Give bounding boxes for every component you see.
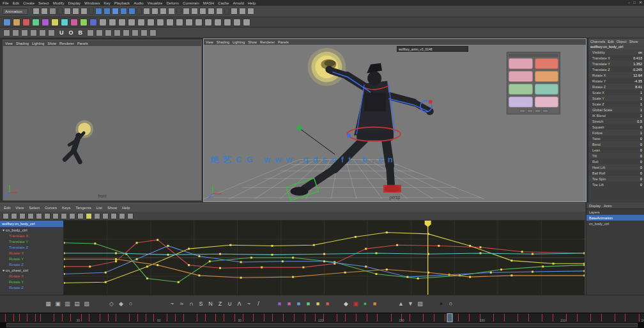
channel-row[interactable]: Bend 0: [588, 141, 644, 147]
keyframe-tick[interactable]: [264, 314, 264, 322]
keyframe-tick[interactable]: [528, 314, 529, 322]
channel-value-field[interactable]: 1: [640, 97, 642, 100]
keyframe-tick[interactable]: [434, 314, 434, 322]
channel-row[interactable]: Scale X 1: [588, 90, 644, 95]
keyframe-tick[interactable]: [234, 314, 235, 322]
keyframe-tick[interactable]: [367, 314, 367, 322]
menu-item[interactable]: Playback: [114, 1, 130, 5]
animation-toolbar-icon[interactable]: ∩: [187, 299, 196, 309]
keyframe-tick[interactable]: [116, 314, 116, 322]
menu-item[interactable]: Deform: [166, 1, 179, 5]
channel-value-field[interactable]: 0: [640, 166, 642, 169]
channel-row[interactable]: Toe Lift 0: [588, 182, 644, 187]
animation-toolbar-icon[interactable]: ▨: [415, 299, 425, 309]
status-icon[interactable]: [95, 8, 102, 15]
animation-toolbar-icon[interactable]: ○: [126, 299, 135, 309]
graph-editor-menu-item[interactable]: Keys: [62, 206, 70, 210]
status-icon[interactable]: [143, 8, 150, 15]
channel-box-tab[interactable]: Channels: [590, 40, 605, 43]
status-icon[interactable]: [89, 8, 94, 15]
animation-toolbar-icon[interactable]: [135, 299, 167, 309]
keyframe-tick[interactable]: [458, 314, 459, 322]
keyframe-tick[interactable]: [272, 314, 273, 322]
channel-row[interactable]: Translate Y 1.352: [588, 61, 644, 66]
keyframe-tick[interactable]: [13, 314, 14, 322]
keyframe-tick[interactable]: [356, 314, 356, 322]
animation-toolbar-icon[interactable]: ■: [294, 299, 303, 309]
channel-row[interactable]: Visibility on: [588, 49, 644, 55]
keyframe-tick[interactable]: [553, 314, 553, 322]
status-icon[interactable]: [247, 8, 254, 15]
viewport-menu-item[interactable]: Lighting: [233, 40, 245, 44]
keyframe-tick[interactable]: [337, 314, 337, 322]
palette-button[interactable]: [519, 109, 525, 113]
outliner-channel-row[interactable]: Rotate Z: [0, 262, 63, 267]
channel-value-field[interactable]: 0: [640, 177, 642, 181]
status-icon[interactable]: [199, 8, 206, 15]
status-icon[interactable]: [41, 8, 48, 15]
channel-value-field[interactable]: 1: [640, 114, 642, 118]
shelf-icon[interactable]: [61, 19, 68, 26]
keyframe-tick[interactable]: [137, 314, 138, 322]
keyframe-tick[interactable]: [542, 314, 542, 322]
channel-row[interactable]: Translate Z -0.245: [588, 66, 644, 72]
keyframe-tick[interactable]: [590, 314, 591, 322]
animation-toolbar-icon[interactable]: ◇: [107, 299, 116, 309]
channel-row[interactable]: Rotate Z 8.41: [588, 84, 644, 90]
keyframe-tick[interactable]: [469, 314, 470, 322]
menu-item[interactable]: Audio: [134, 1, 143, 5]
keyframe-tick[interactable]: [5, 314, 6, 322]
status-icon[interactable]: [176, 8, 181, 15]
animation-toolbar-icon[interactable]: ~: [167, 299, 177, 309]
keyframe-tick[interactable]: [504, 314, 505, 322]
shelf-icon[interactable]: [137, 19, 145, 26]
status-icon[interactable]: [128, 8, 135, 15]
keyframe-tick[interactable]: [625, 314, 625, 322]
keyframe-tick[interactable]: [167, 314, 167, 322]
range-slider-handle[interactable]: [6, 323, 638, 327]
menu-item[interactable]: File: [3, 1, 9, 5]
palette-button[interactable]: [535, 109, 540, 113]
keyframe-tick[interactable]: [423, 314, 424, 322]
animation-toolbar-icon[interactable]: ■: [303, 299, 313, 309]
animation-toolbar-icon[interactable]: ∪: [225, 299, 234, 309]
keyframe-tick[interactable]: [215, 314, 216, 322]
keyframe-tick[interactable]: [70, 314, 71, 322]
shelf-icon[interactable]: [13, 19, 20, 26]
snap-toggle[interactable]: O: [69, 27, 73, 38]
status-icon[interactable]: [80, 8, 88, 15]
animation-toolbar-icon[interactable]: ■: [313, 299, 323, 309]
graph-editor-menu-item[interactable]: Show: [107, 206, 117, 210]
keyframe-tick[interactable]: [283, 314, 284, 322]
channel-row[interactable]: IK Blend 1: [588, 113, 644, 118]
channel-row[interactable]: Rotate Y -4.35: [588, 78, 644, 84]
graph-editor-icon[interactable]: [61, 213, 67, 219]
shelf-icon[interactable]: [224, 19, 231, 26]
tool-icon[interactable]: [150, 29, 157, 36]
outliner-channel-row[interactable]: Rotate Y: [0, 279, 63, 285]
keyframe-tick[interactable]: [62, 314, 63, 322]
shelf-icon[interactable]: [176, 19, 183, 26]
status-icon[interactable]: [151, 8, 158, 15]
anim-layer-row[interactable]: cn_body_ctrl: [586, 221, 644, 226]
outliner-selected-node[interactable]: wolfboy:cn_body_ctrl: [0, 221, 63, 227]
animation-toolbar-icon[interactable]: ~: [244, 299, 254, 309]
status-icon[interactable]: [216, 8, 223, 15]
animation-toolbar-icon[interactable]: ▧: [82, 299, 91, 309]
channel-row[interactable]: Follow 1: [588, 130, 644, 136]
window-control-icon[interactable]: –: [628, 0, 630, 6]
animation-toolbar-icon[interactable]: ◆: [341, 299, 351, 309]
outliner-channel-row[interactable]: Translate X: [0, 233, 63, 238]
channel-value-field[interactable]: 0: [640, 160, 642, 164]
viewport-menu-item[interactable]: Shading: [16, 42, 29, 45]
viewport-menu-item[interactable]: Renderer: [260, 40, 275, 44]
channel-row[interactable]: Scale Z 1: [588, 101, 644, 107]
graph-editor-menu-item[interactable]: Help: [122, 206, 130, 210]
palette-button[interactable]: [527, 109, 533, 113]
status-icon[interactable]: [183, 8, 190, 15]
viewport-menu-item[interactable]: View: [5, 42, 13, 45]
channel-value-field[interactable]: 0: [640, 125, 642, 129]
keyframe-tick[interactable]: [146, 314, 146, 322]
channel-row[interactable]: Global Scale 1: [588, 107, 644, 113]
outliner-channel-row[interactable]: Translate Y: [0, 238, 63, 244]
